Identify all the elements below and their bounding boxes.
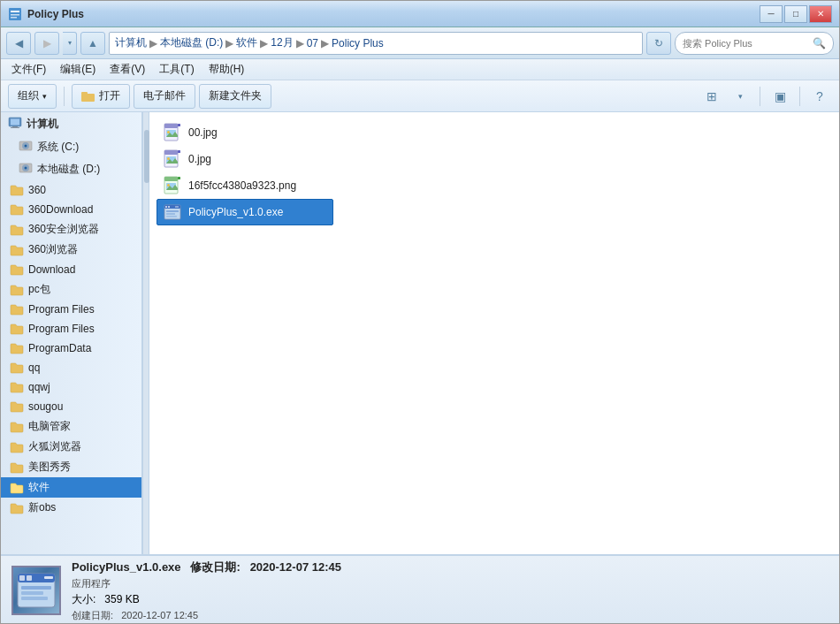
computer-label: 计算机 [27,117,58,132]
title-bar-left: Policy Plus [8,7,84,21]
file-icon-0jpg [162,148,183,170]
file-icon-00jpg [162,122,183,143]
path-software[interactable]: 软件 [236,35,257,50]
folder-icon-360browser [10,223,24,237]
file-png-name: 16f5fcc4380a9323.png [188,179,296,192]
folder-icon-programdata [10,341,24,355]
sidebar-folder-meitu[interactable]: 美图秀秀 [1,457,141,477]
svg-rect-2 [11,14,19,16]
sidebar-folder-software[interactable]: 软件 [1,477,141,498]
new-folder-button[interactable]: 新建文件夹 [199,84,271,109]
sidebar-c-drive[interactable]: 系统 (C:) [1,136,141,158]
folder-programdata-label: ProgramData [28,342,91,354]
path-policy[interactable]: Policy Plus [332,37,384,49]
sidebar-scrollbar-thumb[interactable] [144,130,149,183]
status-created-label: 创建日期: [72,610,113,620]
nav-dropdown[interactable]: ▾ [63,32,77,55]
view-grid-button[interactable]: ⊞ [699,84,724,109]
search-box[interactable]: 🔍 [675,32,834,55]
folder-icon-360 [10,183,24,197]
title-controls: ─ □ ✕ [760,5,832,23]
email-button[interactable]: 电子邮件 [134,84,195,109]
sidebar-folder-programfiles2[interactable]: Program Files [1,319,141,339]
file-0jpg-name: 0.jpg [188,153,211,165]
status-type: 应用程序 [72,577,829,590]
window-icon [8,7,22,21]
open-button[interactable]: 打开 [72,84,130,109]
svg-point-12 [25,145,27,148]
sidebar-folder-programdata[interactable]: ProgramData [1,339,141,358]
folder-programfiles2-label: Program Files [28,323,95,335]
svg-point-29 [167,184,170,186]
path-sep-5: ▶ [321,37,329,49]
preview-button[interactable]: ▣ [767,84,792,109]
file-png[interactable]: 16f5fcc4380a9323.png [157,172,333,199]
sidebar-folder-360download[interactable]: 360Download [1,200,141,219]
status-size-label: 大小: 359 KB [72,592,140,607]
close-button[interactable]: ✕ [809,5,832,23]
svg-rect-33 [165,206,167,208]
path-sep-1: ▶ [149,37,157,49]
view-dropdown-button[interactable]: ▾ [728,84,752,109]
sidebar-folder-360ie[interactable]: 360浏览器 [1,240,141,260]
path-sep-2: ▶ [225,37,233,49]
sidebar-folder-pcmanager[interactable]: 电脑管家 [1,416,141,437]
path-day[interactable]: 07 [307,37,318,49]
file-0jpg[interactable]: 0.jpg [157,146,333,172]
refresh-button[interactable]: ↻ [646,32,671,55]
c-drive-icon [19,139,33,156]
folder-icon-qqwj [10,380,24,394]
sidebar-folder-firefox[interactable]: 火狐浏览器 [1,437,141,457]
sidebar-folder-download[interactable]: Download [1,260,141,279]
sidebar-d-drive[interactable]: 本地磁盘 (D:) [1,158,141,180]
svg-rect-5 [81,92,88,95]
status-type-text: 应用程序 [72,578,111,589]
menu-bar: 文件(F) 编辑(E) 查看(V) 工具(T) 帮助(H) [1,59,839,80]
help-button[interactable]: ? [807,84,832,109]
status-created-date: 2020-12-07 12:45 [121,610,198,620]
sidebar-computer[interactable]: 计算机 [1,112,141,136]
sidebar-folder-qq[interactable]: qq [1,358,141,377]
search-icon[interactable]: 🔍 [813,37,826,49]
menu-file[interactable]: 文件(F) [4,60,53,79]
sidebar-folder-360browser[interactable]: 360安全浏览器 [1,219,141,240]
maximize-button[interactable]: □ [784,5,807,23]
search-input[interactable] [683,38,809,49]
back-button[interactable]: ◀ [6,32,31,55]
menu-tools[interactable]: 工具(T) [152,60,201,79]
svg-rect-41 [19,575,25,581]
path-month[interactable]: 12月 [271,35,293,50]
up-button[interactable]: ▲ [80,32,105,55]
menu-edit[interactable]: 编辑(E) [53,60,103,79]
menu-view[interactable]: 查看(V) [103,60,152,79]
folder-icon-pcmanager [10,420,24,434]
c-drive-label: 系统 (C:) [37,140,79,155]
file-00jpg[interactable]: 00.jpg [157,119,333,146]
menu-help[interactable]: 帮助(H) [202,60,252,79]
toolbar: 组织 ▾ 打开 电子邮件 新建文件夹 ⊞ ▾ ▣ ? [1,80,839,112]
svg-rect-20 [178,124,180,126]
sidebar-folder-qqwj[interactable]: qqwj [1,377,141,397]
sidebar-folder-sougou[interactable]: sougou [1,397,141,416]
folder-qqwj-label: qqwj [28,381,50,393]
toolbar-sep-1 [64,87,65,106]
svg-rect-42 [27,575,32,581]
sidebar-scrollbar[interactable] [142,112,149,554]
folder-qq-label: qq [28,361,40,374]
sidebar-folder-360[interactable]: 360 [1,180,141,200]
minimize-button[interactable]: ─ [760,5,783,23]
address-path[interactable]: 计算机 ▶ 本地磁盘 (D:) ▶ 软件 ▶ 12月 ▶ 07 ▶ Policy… [109,32,643,55]
forward-button[interactable]: ▶ [34,32,59,55]
path-computer[interactable]: 计算机 [115,35,147,50]
path-d-drive[interactable]: 本地磁盘 (D:) [160,35,223,50]
organize-button[interactable]: 组织 ▾ [8,84,57,109]
file-exe[interactable]: PolicyPlus_v1.0.exe [157,199,333,225]
sidebar-folder-newobs[interactable]: 新obs [1,498,141,518]
d-drive-icon [19,161,33,178]
folder-download-label: Download [28,263,75,276]
svg-rect-37 [166,213,175,215]
sidebar-folder-programfiles[interactable]: Program Files [1,300,141,319]
sidebar-folder-pcbag[interactable]: pc包 [1,279,141,300]
svg-rect-3 [11,17,17,19]
organize-label: 组织 [18,88,39,103]
